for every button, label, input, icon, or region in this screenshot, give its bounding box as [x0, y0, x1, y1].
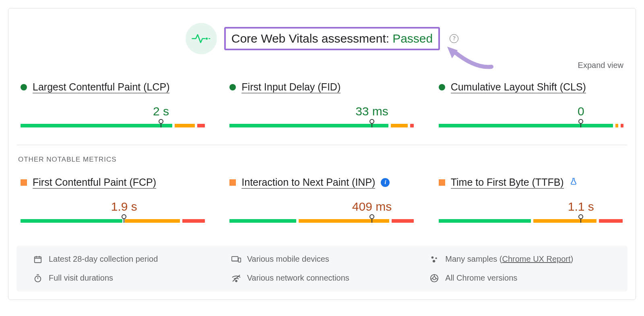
assessment-header: Core Web Vitals assessment: Passed ? — [17, 8, 627, 58]
timer-icon — [33, 274, 43, 283]
metric-distribution-bar — [21, 121, 205, 129]
metric-value: 33 ms — [355, 105, 388, 118]
svg-point-9 — [235, 280, 237, 282]
bar-segment-orange — [533, 219, 596, 223]
pulse-icon — [186, 23, 217, 54]
bar-segment-green — [229, 219, 296, 223]
footer-text: Many samples (Chrome UX Report) — [445, 254, 573, 264]
svg-point-6 — [436, 257, 437, 259]
metric-value: 1.9 s — [111, 200, 137, 213]
bar-segment-green — [229, 124, 388, 127]
status-dot-good — [229, 84, 236, 90]
metric-card: Cumulative Layout Shift (CLS)0 — [439, 81, 623, 129]
metric-value: 2 s — [153, 105, 169, 118]
footer-item: All Chrome versions — [429, 273, 611, 283]
footer-item: Full visit durations — [33, 273, 215, 283]
svg-point-7 — [433, 260, 435, 262]
bar-segment-green — [439, 219, 531, 223]
metric-card: Interaction to Next Paint (INP)i409 ms — [229, 176, 414, 224]
metric-title-row: Time to First Byte (TTFB) — [439, 176, 623, 189]
svg-point-8 — [35, 276, 41, 282]
metric-card: First Contentful Paint (FCP)1.9 s — [21, 176, 205, 224]
footer-item: Various mobile devices — [231, 254, 413, 264]
bar-segment-red — [410, 124, 414, 127]
other-metrics-grid: First Contentful Paint (FCP)1.9 sInterac… — [17, 172, 627, 236]
chrome-icon — [429, 274, 440, 283]
metric-distribution-bar — [229, 121, 414, 129]
bar-segment-orange — [125, 219, 180, 223]
bar-segment-red — [182, 219, 204, 223]
marker-pin — [122, 214, 126, 223]
expand-row: Expand view — [17, 58, 627, 77]
footer-item: Various network connections — [231, 273, 413, 283]
info-icon[interactable]: i — [381, 178, 390, 187]
assessment-status: Passed — [392, 32, 433, 45]
metric-value: 0 — [578, 105, 584, 118]
footer-text: Various network connections — [247, 273, 349, 283]
metric-name-link[interactable]: Cumulative Layout Shift (CLS) — [451, 81, 586, 93]
bar-segment-orange — [391, 124, 407, 127]
svg-rect-2 — [35, 256, 41, 263]
svg-rect-3 — [232, 256, 238, 261]
expand-view-link[interactable]: Expand view — [578, 61, 623, 70]
metric-name-link[interactable]: Time to First Byte (TTFB) — [451, 176, 564, 189]
core-metrics-grid: Largest Contentful Paint (LCP)2 sFirst I… — [17, 77, 627, 141]
marker-pin — [578, 119, 583, 127]
help-icon[interactable]: ? — [450, 34, 458, 43]
network-icon — [231, 274, 242, 282]
marker-pin — [369, 214, 374, 223]
status-square-average — [439, 179, 445, 186]
metric-value-row: 409 ms — [229, 200, 414, 215]
chrome-ux-report-link[interactable]: Chrome UX Report — [502, 254, 570, 263]
bar-segment-red — [621, 124, 623, 127]
footer-item: Latest 28-day collection period — [33, 254, 215, 264]
metric-name-link[interactable]: Interaction to Next Paint (INP) — [242, 176, 375, 189]
status-dot-good — [439, 84, 445, 90]
svg-point-12 — [433, 277, 436, 279]
bar-segment-orange — [615, 124, 618, 127]
footer-item: Many samples (Chrome UX Report) — [429, 254, 611, 264]
metric-distribution-bar — [439, 121, 623, 129]
metric-value-row: 33 ms — [229, 105, 414, 120]
footer-text: Latest 28-day collection period — [49, 254, 158, 264]
metric-name-link[interactable]: First Input Delay (FID) — [242, 81, 341, 93]
svg-point-5 — [431, 256, 434, 259]
metric-value: 409 ms — [352, 200, 392, 213]
metric-title-row: Largest Contentful Paint (LCP) — [21, 81, 205, 93]
metric-value-row: 1.9 s — [21, 200, 205, 215]
marker-pin — [159, 119, 163, 127]
metric-distribution-bar — [439, 217, 623, 224]
bar-segment-green — [21, 124, 172, 127]
metric-value: 1.1 s — [568, 200, 594, 213]
status-square-average — [229, 179, 236, 186]
metric-card: Time to First Byte (TTFB)1.1 s — [439, 176, 623, 224]
svg-rect-1 — [208, 38, 211, 39]
core-web-vitals-panel: Core Web Vitals assessment: Passed ? Exp… — [8, 8, 636, 300]
assessment-status-box: Core Web Vitals assessment: Passed — [224, 27, 440, 50]
bar-segment-orange — [299, 219, 389, 223]
marker-pin — [369, 119, 374, 127]
svg-point-0 — [206, 37, 208, 39]
status-square-average — [21, 179, 27, 186]
bar-segment-orange — [175, 124, 195, 127]
assessment-title: Core Web Vitals assessment: — [231, 32, 389, 45]
metric-title-row: First Contentful Paint (FCP) — [21, 176, 205, 189]
metric-value-row: 0 — [439, 105, 623, 120]
svg-rect-4 — [238, 258, 241, 262]
calendar-icon — [33, 255, 43, 264]
status-dot-good — [21, 84, 27, 90]
metric-name-link[interactable]: First Contentful Paint (FCP) — [33, 176, 156, 189]
footer-text: All Chrome versions — [445, 273, 517, 283]
bar-segment-red — [392, 219, 414, 223]
section-divider — [17, 145, 627, 145]
other-metrics-title: OTHER NOTABLE METRICS — [17, 156, 627, 172]
marker-pin — [578, 214, 583, 223]
metric-distribution-bar — [229, 217, 414, 224]
metric-value-row: 2 s — [21, 105, 205, 120]
metric-value-row: 1.1 s — [439, 200, 623, 215]
metric-title-row: Interaction to Next Paint (INP)i — [229, 176, 414, 189]
experimental-flask-icon[interactable] — [570, 177, 578, 188]
bar-segment-green — [439, 124, 613, 127]
collection-info-footer: Latest 28-day collection periodVarious m… — [17, 246, 627, 291]
metric-name-link[interactable]: Largest Contentful Paint (LCP) — [33, 81, 169, 93]
